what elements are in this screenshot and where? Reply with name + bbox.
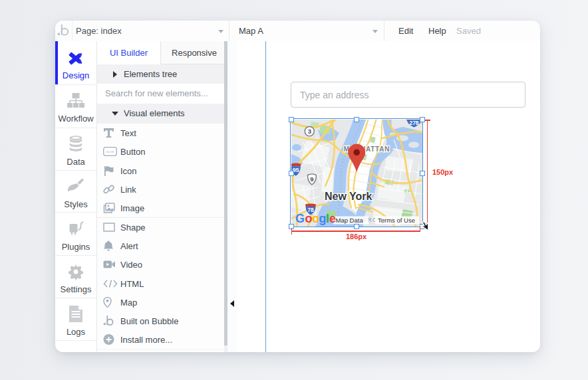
svg-text:CLICK: CLICK [106,151,114,154]
